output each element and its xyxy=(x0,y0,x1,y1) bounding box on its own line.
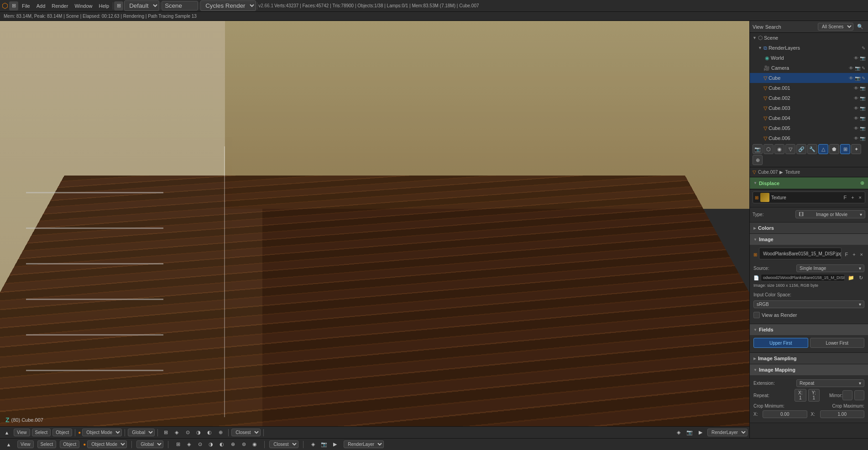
object-props-icon[interactable]: ▽ xyxy=(785,144,795,154)
object-menu-btn[interactable]: Object xyxy=(52,429,72,436)
scene-item-world[interactable]: ◉ World 👁 📷 xyxy=(750,53,868,63)
cube003-render-icon[interactable]: 📷 xyxy=(860,106,865,111)
statusbar-render-view[interactable]: ◈ xyxy=(308,440,318,450)
displace-section-header[interactable]: ▼ Displace ⊕ xyxy=(750,177,868,189)
cube004-vis-icon[interactable]: 👁 xyxy=(854,116,858,121)
image-mapping-header[interactable]: ▼ Image Mapping xyxy=(750,364,868,375)
pivot-point-selector[interactable]: Closest xyxy=(231,429,261,436)
view-as-render-checkbox[interactable] xyxy=(753,312,760,318)
image-remove-btn[interactable]: × xyxy=(859,252,864,257)
camera-render-icon[interactable]: 📷 xyxy=(855,66,860,71)
statusbar-overlay-8[interactable]: ◉ xyxy=(250,440,260,450)
texture-add-btn[interactable]: + xyxy=(850,195,855,200)
overlay-icon-3[interactable]: ⊙ xyxy=(183,428,193,438)
menu-file[interactable]: File xyxy=(19,2,33,10)
repeat-x-field[interactable]: X: 1 xyxy=(795,389,806,402)
cube-vis-icon[interactable]: 👁 xyxy=(849,76,853,81)
view-menu-btn[interactable]: View xyxy=(14,429,30,436)
cube002-render-icon[interactable]: 📷 xyxy=(860,96,865,101)
statusbar-overlay-1[interactable]: ⊞ xyxy=(173,440,183,450)
statusbar-object-btn[interactable]: Object xyxy=(60,440,79,448)
scene-item-renderlayers[interactable]: ▼ ⧉ RenderLayers ✎ xyxy=(750,43,868,53)
cube006-render-icon[interactable]: 📷 xyxy=(860,136,865,141)
menu-render[interactable]: Render xyxy=(49,2,71,10)
displace-expand-icon[interactable]: ⊕ xyxy=(860,180,864,186)
viewport-mode-icon[interactable]: ▲ xyxy=(2,428,12,438)
overlay-icon-2[interactable]: ◈ xyxy=(172,428,182,438)
scene-item-camera[interactable]: 🎥 Camera 👁 📷 ✎ xyxy=(750,63,868,73)
statusbar-overlay-5[interactable]: ◐ xyxy=(217,440,227,450)
cube004-render-icon[interactable]: 📷 xyxy=(860,116,865,121)
overlay-icon-4[interactable]: ◑ xyxy=(193,428,204,438)
statusbar-select-btn[interactable]: Select xyxy=(37,440,57,448)
overlay-icon-1[interactable]: ⊞ xyxy=(161,428,171,438)
cube-edit-icon[interactable]: ✎ xyxy=(862,76,865,81)
scene-name-input[interactable] xyxy=(162,1,198,10)
image-slot[interactable]: WoodPlanksBare0158_15_M_DISP.jpg xyxy=(759,248,842,259)
cube005-vis-icon[interactable]: 👁 xyxy=(854,126,858,131)
modifier-props-icon[interactable]: 🔧 xyxy=(807,144,817,154)
file-browse-btn[interactable]: 📁 xyxy=(847,275,856,281)
type-value-selector[interactable]: 🎞 Image or Movie ▾ xyxy=(795,210,865,218)
layout-selector[interactable]: Default xyxy=(124,0,159,11)
statusbar-mode-icon[interactable]: ▲ xyxy=(4,440,14,450)
scene-item-cube002[interactable]: ▽ Cube.002 👁 📷 xyxy=(750,93,868,103)
file-path-display[interactable]: odwood2\WoodPlanksBare0158_15_M_DISP.jpg xyxy=(761,274,845,281)
statusbar-overlay-7[interactable]: ⊚ xyxy=(239,440,249,450)
scene-item-cube005[interactable]: ▽ Cube.005 👁 📷 xyxy=(750,123,868,133)
select-menu-btn[interactable]: Select xyxy=(32,429,51,436)
scene-item-cube004[interactable]: ▽ Cube.004 👁 📷 xyxy=(750,113,868,123)
colors-header[interactable]: ▶ Colors xyxy=(750,222,868,233)
statusbar-render[interactable]: ▶ xyxy=(330,440,340,450)
crop-max-x-field[interactable]: 1.00 xyxy=(820,410,865,418)
image-section-header[interactable]: ▼ Image xyxy=(750,234,868,245)
material-props-icon[interactable]: ⬟ xyxy=(829,144,839,154)
lower-first-btn[interactable]: Lower First xyxy=(810,338,865,348)
window-controls[interactable]: ⊞ xyxy=(9,1,18,10)
repeat-y-field[interactable]: Y: 1 xyxy=(808,389,820,402)
world-props-icon[interactable]: ◉ xyxy=(774,144,784,154)
statusbar-view-btn[interactable]: View xyxy=(17,440,34,448)
camera-vis-icon[interactable]: 👁 xyxy=(849,66,853,71)
search-icon[interactable]: 🔍 xyxy=(855,22,865,32)
cube002-vis-icon[interactable]: 👁 xyxy=(854,96,858,101)
scene-props-icon[interactable]: ⬡ xyxy=(763,144,774,154)
fields-header[interactable]: ▼ Fields xyxy=(750,324,868,335)
crop-min-x-field[interactable]: 0.00 xyxy=(763,410,807,418)
statusbar-global-selector[interactable]: Global xyxy=(136,440,163,448)
overlay-icon-6[interactable]: ⊕ xyxy=(215,428,225,438)
cube003-vis-icon[interactable]: 👁 xyxy=(854,106,858,111)
render-icon[interactable]: ▶ xyxy=(695,428,706,438)
cube-render-icon[interactable]: 📷 xyxy=(855,76,860,81)
file-reload-btn[interactable]: ↻ xyxy=(858,275,864,281)
image-sampling-header[interactable]: ▶ Image Sampling xyxy=(750,353,868,364)
renderlayers-edit-icon[interactable]: ✎ xyxy=(862,46,865,51)
statusbar-mode-selector[interactable]: Object Mode xyxy=(87,440,127,448)
scene-item-cube001[interactable]: ▽ Cube.001 👁 📷 xyxy=(750,83,868,93)
scene-item-cube[interactable]: ▽ Cube 👁 📷 ✎ xyxy=(750,73,868,83)
camera-edit-icon[interactable]: ✎ xyxy=(862,66,865,71)
statusbar-camera[interactable]: 📷 xyxy=(319,440,329,450)
texture-f-btn[interactable]: F xyxy=(842,195,848,200)
extension-selector[interactable]: Repeat ▾ xyxy=(796,379,864,387)
statusbar-renderlayer-selector[interactable]: RenderLayer xyxy=(344,440,384,448)
image-f-btn[interactable]: F xyxy=(843,252,849,257)
overlay-icon-5[interactable]: ◐ xyxy=(204,428,214,438)
render-props-icon[interactable]: 📷 xyxy=(753,144,763,154)
cube005-render-icon[interactable]: 📷 xyxy=(860,126,865,131)
texture-remove-btn[interactable]: × xyxy=(858,195,863,200)
scene-selector[interactable]: All Scenes xyxy=(818,23,853,31)
camera-icon[interactable]: 📷 xyxy=(685,428,695,438)
statusbar-pivot-selector[interactable]: Closest xyxy=(269,440,298,448)
texture-slot[interactable]: ⊞ Texture F + × xyxy=(753,191,865,203)
scene-item-cube006[interactable]: ▽ Cube.006 👁 📷 xyxy=(750,133,868,142)
cube001-render-icon[interactable]: 📷 xyxy=(860,86,865,91)
render-layer-selector[interactable]: RenderLayer xyxy=(707,429,748,436)
menu-help[interactable]: Help xyxy=(96,2,112,10)
data-props-icon[interactable]: △ xyxy=(818,144,828,154)
upper-first-btn[interactable]: Upper First xyxy=(753,338,808,348)
pivot-selector[interactable]: Global xyxy=(128,429,155,436)
layout-icon[interactable]: ⊞ xyxy=(114,1,123,10)
image-add-btn[interactable]: + xyxy=(851,252,857,257)
mode-selector[interactable]: Object Mode xyxy=(82,429,122,436)
